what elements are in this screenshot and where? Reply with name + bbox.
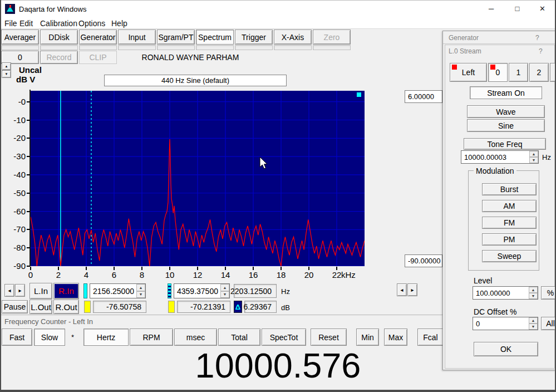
spinner-down-icon[interactable]: ▼ bbox=[529, 324, 538, 330]
spinner-down-icon[interactable]: ▼ bbox=[529, 293, 538, 299]
fc-button-msec[interactable]: msec bbox=[174, 329, 217, 346]
maximize-button[interactable]: □ bbox=[505, 1, 530, 17]
tab-stream-1[interactable]: 1 bbox=[509, 63, 528, 82]
toolbar-button-sgram-pt[interactable]: Sgram/PT bbox=[157, 30, 195, 45]
toolbar-button-generator[interactable]: Generator bbox=[79, 30, 117, 45]
right-in-button[interactable]: R.In bbox=[53, 283, 79, 299]
modulation-sweep-button[interactable]: Sweep bbox=[482, 250, 537, 262]
stream-on-button[interactable]: Stream On bbox=[470, 86, 542, 99]
y-tick-label: -80 bbox=[1, 243, 26, 252]
modulation-am-button[interactable]: AM bbox=[482, 200, 537, 212]
wave-title-box[interactable]: 440 Hz Sine (default) bbox=[104, 75, 287, 86]
stream-help-button[interactable]: ? bbox=[539, 47, 543, 55]
fc-button-min[interactable]: Min bbox=[356, 329, 379, 346]
spinner-up-icon[interactable]: ▲ bbox=[529, 287, 538, 293]
fc-button-fcal[interactable]: Fcal bbox=[417, 329, 444, 346]
fc-button-spectot[interactable]: SpecTot bbox=[262, 329, 306, 346]
dashed-cursor-freq-value[interactable]: 4359.37500 bbox=[174, 284, 220, 298]
level-value[interactable]: 100.00000 bbox=[473, 287, 529, 299]
spinner-up-icon[interactable]: ▲ bbox=[136, 284, 145, 291]
fc-button-rpm[interactable]: RPM bbox=[130, 329, 173, 346]
toolbar-indicator bbox=[79, 45, 117, 50]
scale-spinner-up[interactable]: ▲ bbox=[2, 62, 11, 70]
menu-item-edit[interactable]: Edit bbox=[17, 18, 35, 28]
y-max-field[interactable]: 6.00000 bbox=[405, 90, 442, 103]
right-out-button[interactable]: R.Out bbox=[53, 300, 79, 314]
left-in-button[interactable]: L.In bbox=[29, 283, 52, 299]
level-spinner[interactable]: ▲▼ bbox=[529, 287, 538, 299]
toolbar-button-spectrum[interactable]: Spectrum bbox=[196, 30, 234, 45]
dashed-cursor-spinner[interactable]: ▲▼ bbox=[220, 284, 229, 298]
fc-star-indicator: * bbox=[71, 333, 74, 341]
toolbar-indicator bbox=[313, 45, 351, 50]
spinner-down-icon[interactable]: ▼ bbox=[529, 157, 538, 163]
toolbar-button-ddisk[interactable]: DDisk bbox=[40, 30, 78, 45]
close-button[interactable]: ✕ bbox=[530, 1, 555, 17]
dashed-cursor-freq-field[interactable]: 4359.37500 ▲▼ bbox=[174, 283, 230, 298]
x-tick-label: 4 bbox=[75, 270, 97, 280]
tone-freq-field[interactable]: 10000.00003 ▲▼ bbox=[461, 150, 539, 164]
y-tick-label: -90 bbox=[1, 261, 26, 271]
modulation-fm-button[interactable]: FM bbox=[482, 217, 537, 229]
toolbar-button-trigger[interactable]: Trigger bbox=[235, 30, 273, 45]
spinner-up-icon[interactable]: ▲ bbox=[220, 284, 229, 291]
modulation-pm-button[interactable]: PM bbox=[482, 233, 537, 246]
modulation-burst-button[interactable]: Burst bbox=[482, 183, 537, 195]
tone-freq-value[interactable]: 10000.00003 bbox=[461, 151, 529, 163]
spinner-up-icon[interactable]: ▲ bbox=[529, 151, 538, 157]
pause-button[interactable]: Pause bbox=[2, 300, 28, 313]
toolbar-button-averager[interactable]: Averager bbox=[1, 30, 39, 45]
generator-help-button[interactable]: ? bbox=[535, 34, 539, 42]
y-min-field[interactable]: -90.00000 bbox=[405, 254, 442, 267]
y-tick-label: -40 bbox=[1, 170, 26, 179]
x-tick-label: 20 bbox=[298, 270, 320, 280]
x-tick-label: 12 bbox=[186, 270, 209, 280]
fc-button-max[interactable]: Max bbox=[384, 329, 407, 346]
pan-right-button[interactable]: ▸ bbox=[407, 283, 417, 296]
fc-button-fast[interactable]: Fast bbox=[2, 329, 32, 346]
dc-all-button[interactable]: All bbox=[541, 317, 556, 330]
freq-unit-label: Hz bbox=[281, 287, 290, 296]
dc-offset-spinner[interactable]: ▲▼ bbox=[529, 317, 538, 330]
spectrum-chart[interactable] bbox=[31, 91, 365, 266]
dc-offset-field[interactable]: 0 ▲▼ bbox=[473, 317, 538, 330]
spectrum-plot bbox=[31, 91, 365, 266]
tab-label: Left bbox=[462, 68, 475, 77]
cursor-step-right-button[interactable]: ▸ bbox=[15, 284, 25, 297]
menu-item-file[interactable]: File bbox=[2, 18, 19, 28]
solid-cursor-freq-value[interactable]: 2156.25000 bbox=[90, 284, 136, 298]
solid-cursor-spinner[interactable]: ▲▼ bbox=[136, 284, 145, 298]
record-button[interactable]: Record bbox=[40, 51, 78, 64]
ok-button[interactable]: OK bbox=[474, 342, 538, 356]
level-percent-button[interactable]: % bbox=[541, 286, 556, 300]
left-out-button[interactable]: L.Out bbox=[29, 300, 52, 314]
solid-cursor-freq-field[interactable]: 2156.25000 ▲▼ bbox=[90, 283, 146, 298]
tab-stream-0[interactable]: 0 bbox=[488, 63, 508, 82]
tone-freq-spinner[interactable]: ▲▼ bbox=[529, 151, 538, 163]
cursor-step-left-button[interactable]: ◂ bbox=[4, 284, 14, 297]
menu-item-help[interactable]: Help bbox=[109, 18, 130, 28]
fc-button-reset[interactable]: Reset bbox=[311, 329, 347, 346]
spinner-down-icon[interactable]: ▼ bbox=[136, 291, 145, 298]
minimize-button[interactable]: ─ bbox=[479, 1, 504, 17]
toolbar-button-x-axis[interactable]: X-Axis bbox=[274, 30, 312, 45]
fc-button-slow[interactable]: Slow bbox=[34, 329, 65, 346]
tab-stream-2[interactable]: 2 bbox=[529, 63, 549, 82]
scale-spinner-down[interactable]: ▼ bbox=[2, 70, 11, 78]
fc-button-hertz[interactable]: Hertz bbox=[83, 329, 129, 346]
level-field[interactable]: 100.00000 ▲▼ bbox=[473, 286, 538, 300]
tab-left-channel[interactable]: Left bbox=[450, 63, 487, 82]
toolbar-button-input[interactable]: Input bbox=[118, 30, 156, 45]
menu-item-options[interactable]: Options bbox=[76, 18, 107, 28]
tone-freq-button[interactable]: Tone Freq bbox=[464, 138, 546, 150]
fc-button-total[interactable]: Total bbox=[218, 329, 260, 346]
toolbar-button-zero[interactable]: Zero bbox=[313, 30, 351, 45]
menu-item-calibration[interactable]: Calibration bbox=[38, 18, 80, 28]
wave-button[interactable]: Wave bbox=[467, 105, 545, 118]
pan-left-button[interactable]: ◂ bbox=[397, 283, 407, 296]
dc-offset-value[interactable]: 0 bbox=[473, 317, 529, 330]
spinner-up-icon[interactable]: ▲ bbox=[529, 317, 538, 324]
y-tick-label: -70 bbox=[1, 224, 26, 234]
spinner-down-icon[interactable]: ▼ bbox=[220, 291, 229, 298]
wave-type-button[interactable]: Sine bbox=[467, 119, 545, 132]
